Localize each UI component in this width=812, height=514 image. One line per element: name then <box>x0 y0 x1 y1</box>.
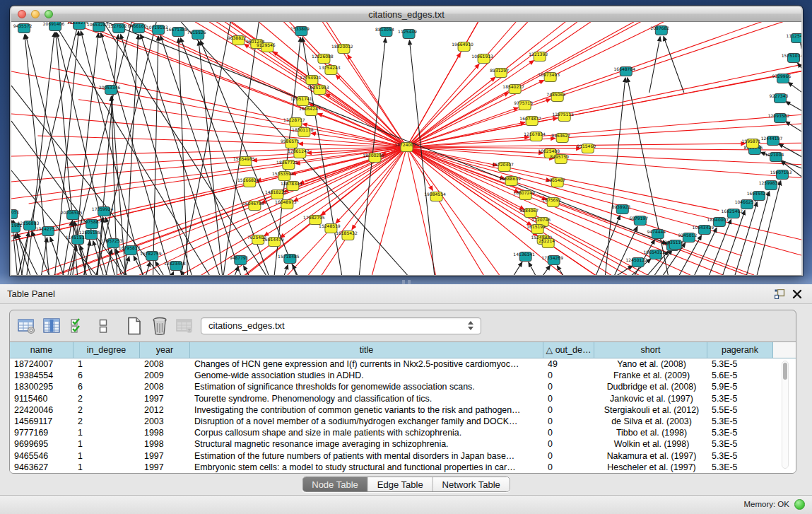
table-cell[interactable]: Estimation of the future numbers of pati… <box>190 450 543 462</box>
table-row[interactable]: 2242004622012Investigating the contribut… <box>10 404 796 416</box>
validate-columns-icon[interactable] <box>68 317 87 336</box>
table-cell[interactable]: 49 <box>543 358 594 370</box>
table-cell[interactable]: 1 <box>73 358 140 370</box>
table-cell[interactable]: 1 <box>73 450 140 462</box>
table-cell[interactable]: 14569117 <box>10 416 73 427</box>
table-cell[interactable]: Nakamura et al. (1997) <box>594 450 707 462</box>
table-cell[interactable]: 1 <box>73 427 140 438</box>
column-header-short[interactable]: short <box>594 342 707 358</box>
table-cell[interactable]: Wolkin et al. (1998) <box>594 438 707 450</box>
table-cell[interactable]: Corpus callosum shape and size in male p… <box>190 427 543 438</box>
network-window[interactable]: citations_edges.txt 94355722069140618835… <box>10 6 803 276</box>
table-cell[interactable]: 0 <box>543 393 594 404</box>
table-row[interactable]: 1872400712008Changes of HCN gene express… <box>10 358 796 370</box>
table-cell[interactable]: 5.3E-5 <box>707 358 773 370</box>
column-header-out_degree[interactable]: △ out_de… <box>543 342 594 358</box>
table-cell[interactable]: 5.5E-5 <box>707 404 773 416</box>
table-cell[interactable]: Tourette syndrome. Phenomenology and cla… <box>190 393 543 404</box>
table-cell[interactable]: 1998 <box>140 427 190 438</box>
table-cell[interactable]: 2 <box>73 416 140 427</box>
table-cell[interactable]: 5.6E-5 <box>707 370 773 381</box>
table-row[interactable]: 1830029562008Estimation of significance … <box>10 381 796 392</box>
table-cell[interactable]: 9115460 <box>10 393 73 404</box>
table-cell[interactable]: 1997 <box>140 393 190 404</box>
table-cell[interactable]: 5.3E-5 <box>707 462 773 473</box>
float-window-icon[interactable] <box>775 289 785 299</box>
table-source-dropdown[interactable]: citations_edges.txt <box>201 317 481 334</box>
table-cell[interactable]: 2012 <box>140 404 190 416</box>
table-cell[interactable]: 1997 <box>140 450 190 462</box>
table-cell[interactable]: Changes of HCN gene expression and I(f) … <box>190 358 543 370</box>
table-cell[interactable]: 18300295 <box>10 381 73 392</box>
table-cell[interactable]: 5.3E-5 <box>707 416 773 427</box>
vertical-scrollbar[interactable] <box>782 361 789 469</box>
table-cell[interactable]: 2008 <box>140 358 190 370</box>
table-cell[interactable]: Investigating the contribution of common… <box>190 404 543 416</box>
table-cell[interactable]: 22420046 <box>10 404 73 416</box>
table-cell[interactable]: 2 <box>73 404 140 416</box>
column-header-title[interactable]: title <box>190 342 543 358</box>
delete-icon[interactable] <box>150 317 169 336</box>
table-cell[interactable]: Embryonic stem cells: a model to study s… <box>190 462 543 473</box>
table-cell[interactable]: Stergiakouli et al. (2012) <box>594 404 707 416</box>
table-row[interactable]: 977716911998Corpus callosum shape and si… <box>10 427 796 438</box>
column-header-pagerank[interactable]: pagerank <box>707 342 773 358</box>
table-cell[interactable]: Tibbo et al. (1998) <box>594 427 707 438</box>
table-cell[interactable]: 0 <box>543 462 594 473</box>
table-cell[interactable]: 0 <box>543 450 594 462</box>
table-cell[interactable]: 9699695 <box>10 438 73 450</box>
table-settings-icon[interactable] <box>17 317 36 336</box>
table-row[interactable]: 946554611997Estimation of the future num… <box>10 450 796 462</box>
network-canvas[interactable]: 9435572206914061883527410653287152760264… <box>11 22 801 275</box>
table-row[interactable]: 946362711997Embryonic stem cells: a mode… <box>10 462 796 473</box>
network-graph[interactable]: 9435572206914061883527410653287152760264… <box>11 22 801 275</box>
table-cell[interactable]: Franke et al. (2009) <box>594 370 707 381</box>
table-row[interactable]: 1938455462009Genome-wide association stu… <box>10 370 796 381</box>
table-cell[interactable]: Yano et al. (2008) <box>594 358 707 370</box>
table-cell[interactable]: 5.3E-5 <box>707 450 773 462</box>
table-cell[interactable]: 9463627 <box>10 462 73 473</box>
table-cell[interactable]: 5.3E-5 <box>707 438 773 450</box>
scrollbar-thumb[interactable] <box>783 363 787 380</box>
tab-node-table[interactable]: Node Table <box>302 477 368 491</box>
table-cell[interactable]: 6 <box>73 370 140 381</box>
table-cell[interactable]: Disruption of a novel member of a sodium… <box>190 416 543 427</box>
table-cell[interactable]: 2009 <box>140 370 190 381</box>
table-cell[interactable]: Jankovic et al. (1997) <box>594 393 707 404</box>
table-cell[interactable]: de Silva et al. (2003) <box>594 416 707 427</box>
tab-edge-table[interactable]: Edge Table <box>368 477 433 491</box>
table-cell[interactable]: 1 <box>73 462 140 473</box>
table-cell[interactable]: Dudbridge et al. (2008) <box>594 381 707 392</box>
table-cell[interactable]: 1997 <box>140 462 190 473</box>
table-cell[interactable]: 0 <box>543 416 594 427</box>
table-cell[interactable]: 2 <box>73 393 140 404</box>
table-cell[interactable]: 9465546 <box>10 450 73 462</box>
table-cell[interactable]: 5.9E-5 <box>707 381 773 392</box>
table-row[interactable]: 1456911722003Disruption of a novel membe… <box>10 416 796 427</box>
close-icon[interactable] <box>792 289 802 299</box>
table-row[interactable]: 911546021997Tourette syndrome. Phenomeno… <box>10 393 796 404</box>
column-header-year[interactable]: year <box>140 342 190 358</box>
table-cell[interactable]: Hescheler et al. (1997) <box>594 462 707 473</box>
select-columns-icon[interactable] <box>42 317 61 336</box>
table-row[interactable]: 969969511998Structural magnetic resonanc… <box>10 438 796 450</box>
table-cell[interactable]: 19384554 <box>10 370 73 381</box>
column-header-name[interactable]: name <box>10 342 73 358</box>
new-document-icon[interactable] <box>124 317 143 336</box>
table-cell[interactable]: 0 <box>543 404 594 416</box>
table-cell[interactable]: 5.3E-5 <box>707 427 773 438</box>
table-cell[interactable]: 0 <box>543 381 594 392</box>
table-cell[interactable]: 2008 <box>140 381 190 392</box>
table-cell[interactable]: 6 <box>73 381 140 392</box>
table-cell[interactable]: 0 <box>543 427 594 438</box>
memory-status-icon[interactable] <box>794 499 805 510</box>
table-cell[interactable]: 18724007 <box>10 358 73 370</box>
table-cell[interactable]: Structural magnetic resonance image aver… <box>190 438 543 450</box>
toggle-rows-icon[interactable] <box>93 317 112 336</box>
table-cell[interactable]: 1 <box>73 438 140 450</box>
table-cell[interactable]: 5.3E-5 <box>707 393 773 404</box>
table-cell[interactable]: 9777169 <box>10 427 73 438</box>
table-cell[interactable]: 2003 <box>140 416 190 427</box>
column-header-in_degree[interactable]: in_degree <box>73 342 140 358</box>
table-cell[interactable]: 1998 <box>140 438 190 450</box>
